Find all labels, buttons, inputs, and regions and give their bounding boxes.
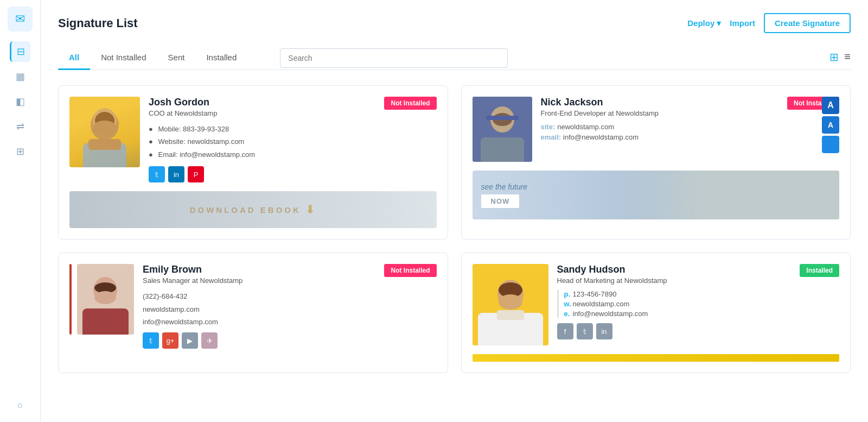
nick-name: Nick Jackson [541, 97, 659, 108]
header-actions: Deploy ▾ Import Create Signature [687, 13, 851, 33]
nick-icon-a2[interactable]: A [822, 116, 839, 134]
signatures-icon: ⊟ [17, 46, 25, 58]
future-now-button[interactable]: NOW [481, 194, 520, 208]
sandy-info: Sandy Hudson Head of Marketing at Newold… [557, 264, 840, 339]
status-badge-josh: Not Installed [384, 97, 436, 110]
svg-rect-8 [481, 137, 524, 162]
create-signature-button[interactable]: Create Signature [764, 13, 851, 33]
emily-red-border [69, 264, 72, 335]
emily-photo-container [69, 264, 134, 335]
sandy-detail-email: e.info@newoldstamp.com [564, 310, 840, 318]
sidebar: ✉ ⊟ ▦ ◧ ⇌ ⊞ ○ [0, 0, 41, 422]
account-icon: ○ [17, 400, 23, 411]
sandy-linkedin-button[interactable]: in [596, 323, 612, 339]
nick-photo [473, 97, 532, 162]
sidebar-item-account[interactable]: ○ [10, 395, 30, 415]
nick-icon-apple[interactable] [822, 136, 839, 153]
emily-photo [77, 264, 134, 335]
sandy-banner [473, 354, 840, 362]
sidebar-item-signatures[interactable]: ⊟ [10, 41, 30, 62]
signature-card-nick: Not Installed Nick Jackson [461, 85, 851, 240]
josh-detail-0: ● Mobile: 883-39-93-328 [149, 123, 437, 135]
sidebar-item-equalizer[interactable]: ⇌ [10, 116, 30, 137]
future-overlay [619, 171, 839, 219]
stats-icon: ▦ [16, 71, 25, 83]
signature-card-josh: Not Installed Josh Gordon COO at Newolds… [58, 85, 448, 240]
status-badge-emily: Not Installed [384, 264, 436, 277]
sandy-photo [473, 264, 548, 345]
sandy-detail-phone: p.123-456-7890 [564, 290, 840, 298]
emily-title: Sales Manager at Newoldstamp [143, 276, 437, 285]
josh-pinterest-button[interactable]: P [188, 166, 204, 182]
sandy-twitter-button[interactable]: 𝕥 [577, 323, 593, 339]
tab-not-installed[interactable]: Not Installed [90, 46, 157, 70]
emily-socials: 𝕥 g+ ▶ ✈ [143, 332, 437, 349]
svg-point-15 [94, 291, 116, 304]
list-view-button[interactable]: ≡ [844, 51, 851, 63]
deploy-chevron-icon: ▾ [717, 18, 721, 28]
banner-arrow-icon: ⬇ [305, 203, 316, 216]
josh-detail-2: ● Email: info@newoldstamp.com [149, 148, 437, 161]
svg-rect-14 [82, 308, 129, 335]
emily-send-button[interactable]: ✈ [201, 332, 218, 349]
tabs-row: All Not Installed Sent Installed ⊞ ≡ [58, 46, 851, 70]
sidebar-logo[interactable]: ✉ [8, 7, 33, 32]
svg-rect-10 [486, 116, 519, 120]
import-button[interactable]: Import [730, 18, 755, 28]
svg-rect-5 [88, 139, 121, 150]
deploy-button[interactable]: Deploy ▾ [687, 18, 721, 28]
emily-detail-0: (322)-684-432 [143, 290, 437, 303]
sandy-facebook-button[interactable]: f [557, 323, 573, 339]
tab-all[interactable]: All [58, 46, 90, 70]
josh-twitter-button[interactable]: 𝕥 [149, 166, 165, 182]
nick-info: Nick Jackson Front-End Developer at Newo… [541, 97, 840, 153]
status-badge-sandy: Installed [800, 264, 839, 277]
sig-card-inner-josh: Josh Gordon COO at Newoldstamp ● Mobile:… [69, 97, 437, 182]
josh-details: ● Mobile: 883-39-93-328 ● Website: newol… [149, 123, 437, 161]
tab-installed[interactable]: Installed [195, 46, 247, 70]
nick-detail-site: site:newoldstamp.com [541, 123, 659, 131]
emily-twitter-button[interactable]: 𝕥 [143, 332, 159, 349]
josh-linkedin-button[interactable]: in [168, 166, 184, 182]
view-controls: ⊞ ≡ [829, 51, 851, 66]
grid-view-button[interactable]: ⊞ [829, 51, 839, 64]
nick-side-icons: A A [822, 97, 839, 153]
logo-icon: ✉ [15, 12, 25, 26]
sidebar-item-apps[interactable]: ⊞ [10, 141, 30, 162]
apps-icon: ⊞ [16, 146, 24, 158]
sidebar-item-templates[interactable]: ◧ [10, 91, 30, 112]
templates-icon: ◧ [16, 96, 25, 108]
josh-photo [69, 97, 140, 167]
emily-detail-2: info@newoldstamp.com [143, 316, 437, 328]
signatures-grid: Not Installed Josh Gordon COO at Newolds… [58, 85, 851, 373]
sandy-title: Head of Marketing at Newoldstamp [557, 276, 840, 285]
page-title: Signature List [58, 16, 138, 30]
search-box [280, 48, 508, 68]
emily-detail-1: newoldstamp.com [143, 303, 437, 316]
svg-point-20 [499, 294, 522, 310]
emily-video-button[interactable]: ▶ [182, 332, 198, 349]
sandy-details: p.123-456-7890 w.newoldstamp.com e.info@… [557, 290, 840, 318]
sig-card-inner-emily: Emily Brown Sales Manager at Newoldstamp… [69, 264, 437, 349]
sandy-detail-web: w.newoldstamp.com [564, 300, 840, 308]
josh-banner: DOWNLOAD EBOOK ⬇ [69, 191, 437, 228]
tabs: All Not Installed Sent Installed [58, 46, 247, 70]
tab-sent[interactable]: Sent [157, 46, 196, 70]
equalizer-icon: ⇌ [16, 121, 24, 133]
signature-card-sandy: Installed Sandy Hudson Head of Marketing… [461, 253, 851, 373]
nick-future-banner: see the future NOW [473, 171, 840, 219]
emily-googleplus-button[interactable]: g+ [162, 332, 178, 349]
sidebar-item-stats[interactable]: ▦ [10, 66, 30, 87]
nick-detail-email: email:info@newoldstamp.com [541, 133, 659, 141]
emily-details: (322)-684-432 newoldstamp.com info@newol… [143, 290, 437, 328]
sig-card-inner-nick: Nick Jackson Front-End Developer at Newo… [473, 97, 840, 162]
josh-title: COO at Newoldstamp [149, 109, 437, 117]
signature-card-emily: Not Installed Emily Br [58, 253, 448, 373]
search-input[interactable] [280, 48, 508, 68]
josh-socials: 𝕥 in P [149, 166, 437, 182]
main-content: Signature List Deploy ▾ Import Create Si… [41, 0, 868, 422]
nick-icon-a1[interactable]: A [822, 97, 839, 114]
future-text: see the future NOW [481, 182, 528, 208]
sig-card-inner-sandy: Sandy Hudson Head of Marketing at Newold… [473, 264, 840, 345]
sandy-socials: f 𝕥 in [557, 323, 840, 339]
